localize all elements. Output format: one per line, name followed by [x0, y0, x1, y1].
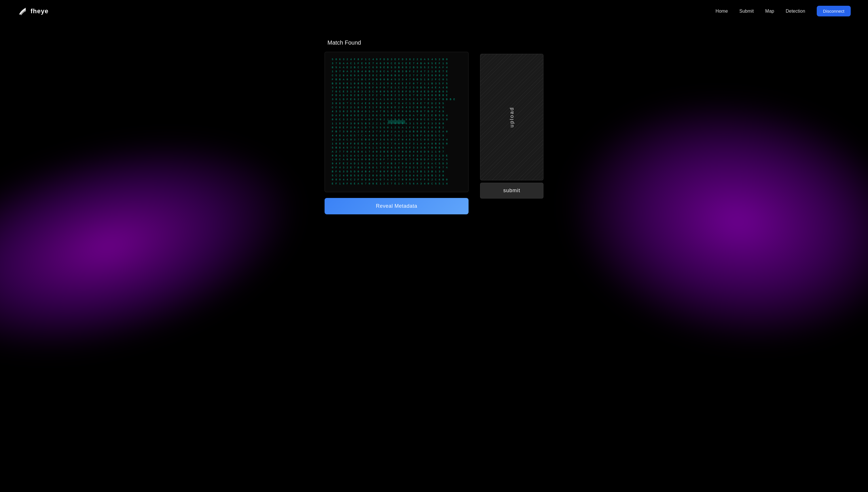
brand-name: fheye [30, 7, 48, 15]
left-panel: Match Found 5 0 6 3 2 4 F 8 F 1 C 4 9 F … [325, 40, 469, 214]
main-content: Match Found 5 0 6 3 2 4 F 8 F 1 C 4 9 F … [0, 28, 868, 226]
hex-display: 5 0 6 3 2 4 F 8 F 1 C 4 9 F D D 3 E F D … [325, 52, 469, 192]
match-found-label: Match Found [327, 40, 361, 46]
disconnect-button[interactable]: Disconnect [817, 6, 851, 17]
upload-label: upload [509, 107, 515, 127]
nav-link-detection[interactable]: Detection [785, 9, 805, 14]
right-panel: upload submit [480, 54, 543, 199]
nav-link-map[interactable]: Map [765, 9, 774, 14]
nav-links: Home Submit Map Detection Disconnect [715, 6, 851, 17]
navbar: fheye Home Submit Map Detection Disconne… [0, 0, 868, 22]
nav-link-submit[interactable]: Submit [739, 9, 754, 14]
hex-highlight [388, 120, 405, 124]
logo-icon [17, 6, 28, 17]
nav-link-home[interactable]: Home [715, 9, 728, 14]
brand: fheye [17, 6, 48, 17]
reveal-metadata-button[interactable]: Reveal Metadata [325, 198, 469, 214]
submit-button[interactable]: submit [480, 183, 543, 199]
upload-area[interactable]: upload [480, 54, 543, 180]
